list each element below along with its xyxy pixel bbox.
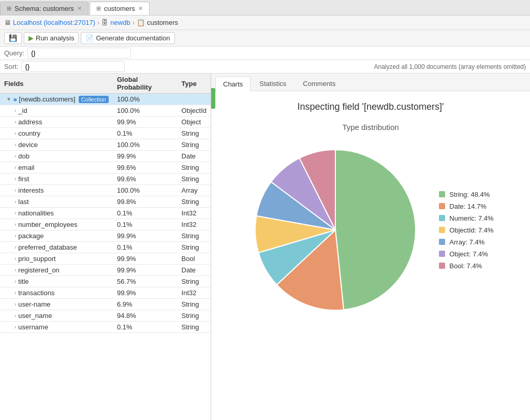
table-row[interactable]: › user_name 94.8%String — [0, 310, 211, 322]
table-row[interactable]: › dob 99.9%Date — [0, 151, 211, 162]
field-prob: 100.0% — [113, 94, 178, 105]
breadcrumb: 🖥 Localhost (localhost:27017) › 🗄 newdb … — [0, 16, 530, 30]
tab-customers-close[interactable]: ✕ — [138, 5, 143, 12]
expand-icon[interactable]: › — [14, 290, 16, 296]
legend-dot — [439, 227, 445, 233]
field-name-cell: › address — [0, 117, 113, 128]
breadcrumb-db[interactable]: newdb — [110, 19, 130, 26]
field-prob: 99.9% — [113, 117, 178, 128]
legend-item: Date: 14.7% — [439, 202, 493, 210]
field-name-cell: › country — [0, 128, 113, 139]
table-row[interactable]: › last 99.8%String — [0, 196, 211, 208]
fields-panel: Fields Global Probability Type ▼ ■ [newd… — [0, 74, 211, 420]
tab-comments[interactable]: Comments — [295, 76, 343, 91]
save-button[interactable]: 💾 — [4, 32, 22, 44]
field-type — [178, 94, 211, 105]
expand-icon[interactable]: › — [14, 176, 16, 182]
table-row[interactable]: › package 99.9%String — [0, 230, 211, 242]
field-name-cell: › transactions — [0, 287, 113, 299]
expand-icon[interactable]: › — [14, 222, 16, 227]
pie-segment — [335, 150, 416, 310]
query-bar: Query: — [0, 47, 530, 60]
query-input[interactable] — [27, 48, 131, 59]
field-name-cell: › preferred_database — [0, 242, 113, 253]
table-row[interactable]: › first 99.6%String — [0, 173, 211, 185]
tab-schema-close[interactable]: ✕ — [77, 5, 82, 12]
expand-icon[interactable]: › — [14, 108, 16, 113]
table-row[interactable]: › prio_support 99.9%Bool — [0, 253, 211, 265]
field-name-cell: › user_name — [0, 310, 113, 322]
breadcrumb-server[interactable]: Localhost (localhost:27017) — [13, 19, 95, 26]
table-row[interactable]: › username 0.1%String — [0, 322, 211, 333]
sort-input[interactable] — [21, 61, 125, 72]
customers-icon: ⊞ — [96, 5, 101, 12]
field-name-cell: ▼ ■ [newdb.customers] Collection — [0, 94, 113, 105]
table-row[interactable]: › preferred_database 0.1%String — [0, 242, 211, 253]
field-prob: 0.1% — [113, 128, 178, 139]
field-prob: 99.9% — [113, 230, 178, 242]
tab-schema[interactable]: ⊞ Schema: customers ✕ — [0, 2, 89, 15]
expand-icon[interactable]: › — [14, 244, 16, 250]
expand-icon[interactable]: ▼ — [6, 96, 11, 102]
legend-dot — [439, 191, 445, 197]
expand-icon[interactable]: › — [14, 313, 16, 318]
field-prob: 99.9% — [113, 287, 178, 299]
table-row[interactable]: › registered_on 99.9%Date — [0, 265, 211, 276]
table-row[interactable]: › interests 100.0%Array — [0, 185, 211, 196]
table-row[interactable]: › user-name 6.9%String — [0, 299, 211, 310]
expand-icon[interactable]: › — [14, 279, 16, 284]
expand-icon[interactable]: › — [14, 187, 16, 193]
tab-statistics[interactable]: Statistics — [252, 76, 294, 91]
expand-icon[interactable]: › — [14, 324, 16, 330]
legend-item: Array: 7.4% — [439, 238, 493, 246]
expand-icon[interactable]: › — [14, 199, 16, 205]
field-type: Array — [178, 185, 211, 196]
generate-docs-button[interactable]: 📄 Generate documentation — [81, 32, 174, 44]
expand-icon[interactable]: › — [14, 153, 16, 159]
table-row[interactable]: › address 99.9%Object — [0, 117, 211, 128]
table-row[interactable]: › country 0.1%String — [0, 128, 211, 139]
table-row[interactable]: ▼ ■ [newdb.customers] Collection 100.0% — [0, 94, 211, 105]
table-row[interactable]: › nationalities 0.1%Int32 — [0, 208, 211, 219]
legend-label: Date: 14.7% — [449, 202, 487, 210]
field-type: String — [178, 310, 211, 322]
right-panel: Charts Statistics Comments Inspecting fi… — [211, 74, 530, 420]
expand-icon[interactable]: › — [14, 142, 16, 148]
expand-icon[interactable]: › — [14, 119, 16, 125]
field-type: String — [178, 173, 211, 185]
field-prob: 99.8% — [113, 196, 178, 208]
field-type: Date — [178, 265, 211, 276]
run-analysis-button[interactable]: ▶ Run analysis — [24, 32, 79, 44]
expand-icon[interactable]: › — [14, 131, 16, 136]
field-name-cell: › nationalities — [0, 208, 113, 219]
expand-icon[interactable]: › — [14, 267, 16, 273]
legend-item: ObjectId: 7.4% — [439, 226, 493, 234]
tab-schema-label: Schema: customers — [14, 5, 74, 12]
run-analysis-label: Run analysis — [36, 34, 74, 42]
expand-icon[interactable]: › — [14, 233, 16, 239]
expand-icon[interactable]: › — [14, 210, 16, 216]
expand-icon[interactable]: › — [14, 301, 16, 307]
table-row[interactable]: › email 99.6%String — [0, 162, 211, 173]
field-type: String — [178, 196, 211, 208]
field-prob: 0.1% — [113, 208, 178, 219]
panel-tabs: Charts Statistics Comments — [211, 74, 530, 91]
tab-charts[interactable]: Charts — [215, 77, 251, 91]
table-row[interactable]: › _id 100.0%ObjectId — [0, 105, 211, 117]
table-row[interactable]: › title 56.7%String — [0, 276, 211, 287]
legend-item: Bool: 7.4% — [439, 262, 493, 270]
legend-item: Object: 7.4% — [439, 250, 493, 258]
table-row[interactable]: › transactions 99.9%Int32 — [0, 287, 211, 299]
expand-icon[interactable]: › — [14, 256, 16, 262]
table-row[interactable]: › device 100.0%String — [0, 139, 211, 151]
tab-customers[interactable]: ⊞ customers ✕ — [90, 2, 150, 15]
field-type: String — [178, 242, 211, 253]
table-row[interactable]: › number_employees 0.1%Int32 — [0, 219, 211, 230]
field-icon: ■ — [13, 96, 17, 103]
chart-area: Inspecting field '[newdb.customers]' Typ… — [211, 91, 530, 420]
field-name-cell: › _id — [0, 105, 113, 117]
field-name-cell: › username — [0, 322, 113, 333]
breadcrumb-icon: 🖥 — [4, 19, 11, 26]
expand-icon[interactable]: › — [14, 165, 16, 170]
field-name-cell: › prio_support — [0, 253, 113, 265]
